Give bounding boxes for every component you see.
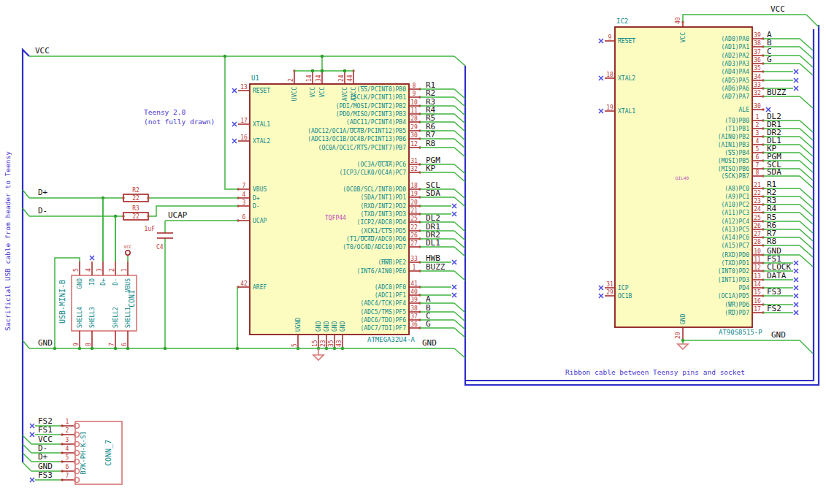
resistor-ref[interactable]: R3 [132,205,139,212]
net-label[interactable]: VCC [770,4,785,14]
bus-entry[interactable] [454,56,465,66]
bus-entry[interactable] [23,444,31,453]
net-label[interactable]: FS3 [767,287,781,297]
bus-entry[interactable] [454,303,465,313]
pin-name: VBUS [253,186,267,193]
left-bus[interactable] [23,50,29,462]
pin-number: 25 [754,215,761,221]
pin-dot [122,215,124,217]
bus-entry[interactable] [454,106,465,115]
pin-number: 8 [413,83,416,89]
pin-number: 22 [410,224,418,231]
pin-number: 3 [242,199,246,206]
bus-entry[interactable] [454,320,465,329]
bus-entry[interactable] [454,271,465,280]
resistor-ref[interactable]: R2 [132,187,139,194]
ribbon-cable-note[interactable]: Ribbon cable between Teensy pins and soc… [565,368,745,376]
net-label[interactable]: R8 [767,237,776,246]
bus-entry[interactable] [23,340,29,348]
bus-entry[interactable] [454,222,465,232]
net-label[interactable]: FS1 [38,425,53,435]
net-label[interactable]: FS2 [767,304,781,313]
junction-dot [311,69,314,72]
component-ref[interactable]: U1 [251,75,259,82]
component-part[interactable]: AT90S8515-P [719,329,762,336]
left-margin-note[interactable]: Sacrificial USB cable from header to Tee… [4,151,12,331]
net-label[interactable]: SDA [426,188,440,198]
bus-entry[interactable] [454,328,465,337]
bus-entry[interactable] [454,131,465,140]
bus-entry[interactable] [454,189,465,199]
bus-entry[interactable] [806,15,819,27]
wire[interactable] [683,15,806,22]
bus-entry[interactable] [454,97,465,107]
component-package[interactable]: TQFP44 [325,215,346,221]
net-label[interactable]: VCC [35,46,50,56]
bus-entry[interactable] [454,197,465,207]
component-ref[interactable]: IC2 [616,18,628,25]
net-label[interactable]: GND [771,330,786,340]
pin-dot [147,215,149,217]
component-package[interactable]: DIL40 [676,175,689,180]
bus-entry[interactable] [454,348,465,358]
pin-name: GND [324,321,330,332]
net-label[interactable]: KP [426,164,436,173]
bus-entry[interactable] [800,255,813,267]
net-label[interactable]: DATA [767,271,787,280]
net-label[interactable]: D+ [38,188,48,197]
bus-entry[interactable] [800,340,813,354]
resistor-value[interactable]: 22 [132,195,139,202]
no-connect-icon [30,432,34,437]
bus-entry[interactable] [23,462,31,471]
bus-entry[interactable] [454,239,465,248]
pin-number: 28 [754,239,761,245]
net-label[interactable]: FS3 [38,470,53,480]
teensy-note-title[interactable]: Teensy 2.0 [144,108,186,116]
resistor-value[interactable]: 22 [132,213,139,220]
net-label[interactable]: GND [422,338,437,348]
no-connect-icon [794,269,798,273]
pin-name: (ADC5/TMS)PF5 [360,309,406,316]
net-label[interactable]: GND [38,338,53,348]
bus-entry[interactable] [454,89,465,99]
net-label[interactable]: UCAP [168,210,188,220]
bus-entry[interactable] [454,114,465,123]
pin-number: 36 [410,321,418,328]
teensy-note-subtitle[interactable]: (not fully drawn) [144,118,215,126]
bus-entry[interactable] [454,122,465,131]
pin-number: 14 [306,75,313,82]
bus-entry[interactable] [800,96,813,108]
pin-number: 1 [413,264,416,271]
component-part[interactable]: ATMEGA32U4-A [367,336,416,343]
component-part: B7K-PH-K-S1 [80,431,87,475]
bus-entry[interactable] [23,453,31,462]
bus-entry[interactable] [800,176,813,188]
pin-number: 14 [754,281,761,288]
pin-name: PD4 [739,285,750,291]
pin-name: GND [340,321,346,332]
net-label[interactable]: SDA [767,167,781,177]
capacitor-ref[interactable]: C4 [156,244,164,251]
net-label[interactable]: D+ [38,452,48,462]
no-connect-icon [599,294,603,298]
bus-entry[interactable] [454,164,465,174]
bus-entry[interactable] [454,231,465,240]
bus-entry[interactable] [454,312,465,321]
wire[interactable] [148,206,238,216]
bus-entry[interactable] [454,139,465,148]
net-label[interactable]: R8 [426,139,435,148]
net-label[interactable]: BUZZ [426,262,445,272]
bus-entry[interactable] [454,247,465,256]
net-label[interactable]: DL1 [426,238,440,248]
net-label[interactable]: G [767,55,772,64]
net-label[interactable]: G [426,319,431,329]
bus-entry[interactable] [23,208,29,216]
bus-entry[interactable] [454,148,465,157]
bus-entry[interactable] [23,190,29,198]
bus-entry[interactable] [454,172,465,182]
net-label[interactable]: BUZZ [767,88,787,97]
capacitor-value[interactable]: 1uF [145,226,156,232]
net-label[interactable]: D- [38,206,47,215]
pin-name: (ADC13/OC1B/OC4B/PCINT13)PB6 [307,136,406,142]
pin-number: 33 [754,82,761,88]
